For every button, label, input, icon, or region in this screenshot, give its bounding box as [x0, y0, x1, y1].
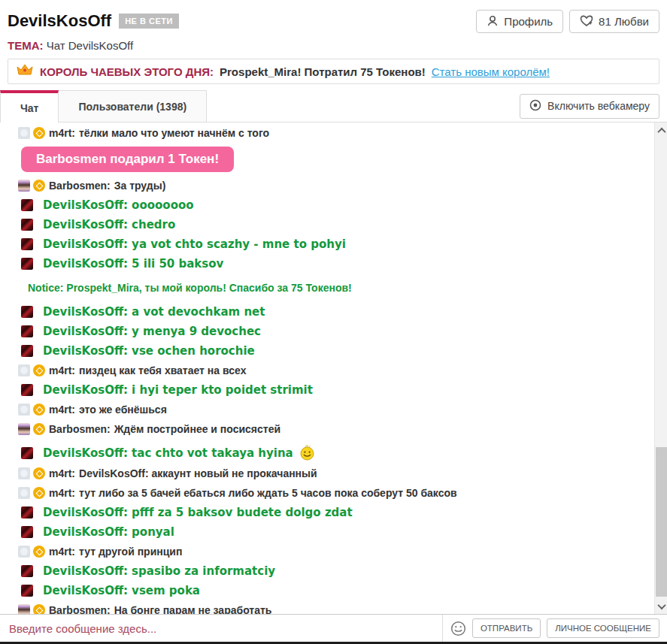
chat-username[interactable]: DevilsKosOff:	[43, 344, 128, 358]
user-avatar[interactable]	[18, 423, 30, 435]
user-avatar[interactable]	[21, 258, 33, 270]
chat-username[interactable]: Barbosmen:	[49, 180, 111, 192]
love-button[interactable]: 81 Любви	[569, 10, 659, 33]
user-avatar[interactable]	[18, 487, 30, 499]
user-avatar[interactable]	[18, 364, 30, 376]
chat-message-text: ponyal	[132, 525, 174, 539]
chat-username[interactable]: DevilsKosOff:	[43, 383, 128, 397]
chat-message-text: За труды)	[114, 180, 166, 192]
chat-message-text: это же ебнёшься	[79, 404, 167, 416]
chat-message-text: i hyi teper kto poidet strimit	[132, 383, 313, 397]
tab-chat-label: Чат	[20, 102, 38, 114]
message-input[interactable]	[0, 615, 442, 642]
chat-message-text: vsem poka	[132, 584, 200, 597]
user-avatar[interactable]	[21, 306, 33, 318]
user-avatar[interactable]	[21, 447, 33, 459]
user-avatar[interactable]	[21, 199, 33, 211]
notice-message: Notice: Prospekt_Mira, ты мой король! Сп…	[0, 278, 654, 298]
chat-username[interactable]: m4rt:	[49, 404, 75, 416]
become-king-link[interactable]: Стать новым королём!	[432, 65, 550, 78]
scroll-up-button[interactable]	[655, 124, 667, 137]
chat-message: DevilsKosOff:spasibo za informatciy	[0, 561, 654, 581]
chat-username[interactable]: m4rt:	[49, 546, 75, 558]
chat-username[interactable]: DevilsKosOff:	[43, 198, 128, 212]
gold-diamond-icon	[33, 127, 45, 139]
tab-chat[interactable]: Чат	[0, 90, 59, 122]
chat-username[interactable]: m4rt:	[49, 364, 75, 376]
chat-username[interactable]: DevilsKosOff:	[43, 525, 128, 539]
chat-username[interactable]: DevilsKosOff:	[43, 237, 128, 251]
chat-message-text: тут либо за 5 бачей ебаться либо ждать 5…	[79, 487, 457, 499]
scrollbar-thumb[interactable]	[656, 447, 667, 597]
chat-message: DevilsKosOff:ya vot chto scazhy - mne to…	[0, 234, 654, 254]
chat-message: Barbosmen:За труды)	[0, 176, 654, 195]
user-avatar[interactable]	[21, 219, 33, 231]
user-avatar[interactable]	[18, 180, 30, 192]
user-avatar[interactable]	[21, 345, 33, 357]
chat-username[interactable]: DevilsKosOff:	[43, 446, 128, 460]
send-button[interactable]: ОТПРАВИТЬ	[472, 618, 541, 638]
topic-label: ТЕМА:	[8, 39, 44, 52]
user-avatar[interactable]	[21, 585, 33, 597]
chat-message-text: На бонге парам не заработать	[114, 604, 272, 614]
chat-message-text: пиздец как тебя хватает на всех	[79, 364, 246, 376]
tab-users[interactable]: Пользователи (1398)	[59, 90, 207, 122]
gold-diamond-icon	[33, 487, 45, 499]
chat-message-text: pfff za 5 baksov budete dolgo zdat	[132, 506, 353, 519]
chat-scrollbar[interactable]	[654, 122, 667, 614]
user-avatar[interactable]	[21, 526, 33, 538]
gold-diamond-icon	[33, 467, 45, 479]
chat-username[interactable]: Barbosmen:	[49, 423, 111, 435]
smiley-emoji-icon	[299, 445, 315, 461]
user-avatar[interactable]	[18, 546, 30, 558]
private-message-button[interactable]: ЛИЧНОЕ СООБЩЕНИЕ	[547, 618, 659, 638]
chat-message: DevilsKosOff:i hyi teper kto poidet stri…	[0, 380, 654, 400]
enable-webcam-label: Включить вебкамеру	[547, 100, 650, 112]
chat-message: DevilsKosOff:oooooooo	[0, 195, 654, 215]
chat-username[interactable]: DevilsKosOff:	[43, 564, 128, 578]
tab-bar: Чат Пользователи (1398) Включить вебкаме…	[0, 90, 667, 122]
chat-message: m4rt:тёлки мало что умеют начнём с того	[0, 123, 654, 143]
user-avatar[interactable]	[21, 384, 33, 396]
user-avatar[interactable]	[21, 565, 33, 577]
chat-message-text: DevilsKosOff: аккаунт новый не прокачанн…	[79, 467, 317, 479]
chat-username[interactable]: DevilsKosOff:	[43, 584, 128, 597]
chat-username[interactable]: DevilsKosOff:	[43, 257, 128, 271]
user-avatar[interactable]	[18, 404, 30, 416]
profile-button[interactable]: Профиль	[476, 10, 563, 33]
chat-username[interactable]: m4rt:	[49, 487, 75, 499]
notice-text: Notice: Prospekt_Mira, ты мой король! Сп…	[28, 282, 352, 294]
user-avatar[interactable]	[21, 325, 33, 337]
chat-username[interactable]: DevilsKosOff:	[43, 506, 128, 519]
enable-webcam-button[interactable]: Включить вебкамеру	[520, 94, 659, 119]
chat-message: DevilsKosOff:ponyal	[0, 522, 654, 542]
user-avatar[interactable]	[18, 467, 30, 479]
gift-banner-row: Barbosmen подарил 1 Токен!	[0, 143, 654, 176]
chat-message-text: тёлки мало что умеют начнём с того	[79, 127, 269, 139]
chat-username[interactable]: Barbosmen:	[49, 604, 111, 614]
chat-message: m4rt:тут либо за 5 бачей ебаться либо жд…	[0, 483, 654, 503]
love-button-label: 81 Любви	[599, 15, 649, 28]
chat-username[interactable]: DevilsKosOff:	[43, 305, 128, 319]
scroll-down-button[interactable]	[655, 600, 667, 612]
message-composer: ОТПРАВИТЬ ЛИЧНОЕ СООБЩЕНИЕ	[0, 614, 667, 642]
gold-diamond-icon	[33, 423, 45, 435]
page-title: DevilsKosOff	[8, 11, 111, 31]
chat-message-list: m4rt:тёлки мало что умеют начнём с тогоB…	[0, 122, 654, 614]
profile-button-label: Профиль	[504, 15, 553, 28]
user-avatar[interactable]	[18, 604, 30, 614]
user-avatar[interactable]	[18, 127, 30, 139]
emoji-picker-button[interactable]	[450, 621, 466, 636]
chat-message-text: Ждём постройнее и посисястей	[114, 423, 280, 435]
chat-username[interactable]: DevilsKosOff:	[43, 325, 128, 338]
chat-message: Barbosmen:Ждём постройнее и посисястей	[0, 419, 654, 439]
user-avatar[interactable]	[21, 506, 33, 519]
chat-username[interactable]: DevilsKosOff:	[43, 218, 128, 231]
chat-message: m4rt:это же ебнёшься	[0, 400, 654, 419]
chevron-up-icon	[657, 127, 665, 135]
crown-icon	[16, 63, 34, 80]
chat-username[interactable]: m4rt:	[49, 127, 75, 139]
chat-username[interactable]: m4rt:	[49, 467, 75, 479]
chat-message-text: a vot devochkam net	[132, 305, 265, 319]
user-avatar[interactable]	[21, 238, 33, 250]
